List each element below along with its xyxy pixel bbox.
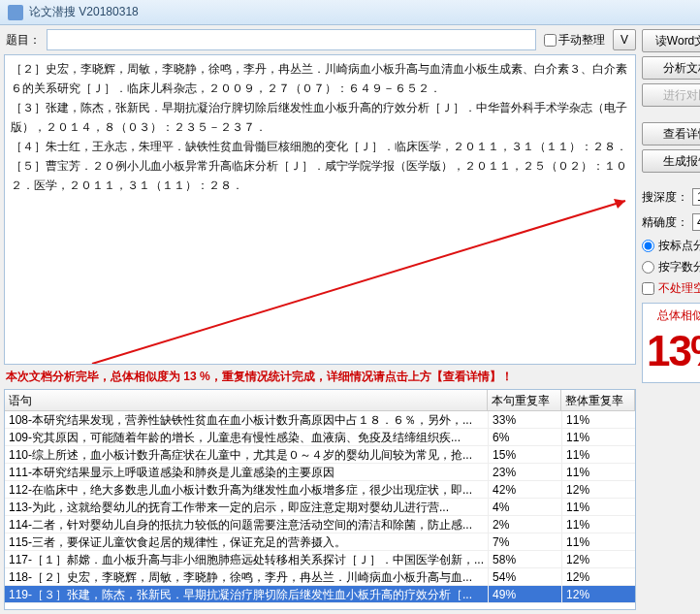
analyze-button[interactable]: 分析文档 (642, 56, 700, 80)
table-row[interactable]: 117-［１］郝嫦．血小板升高与非小细胞肺癌远处转移相关系探讨［Ｊ］．中国医学创… (5, 551, 635, 568)
by-char-radio[interactable]: 按字数分析 (642, 258, 700, 275)
cell-sentence: 111-本研究结果显示上呼吸道感染和肺炎是儿童感染的主要原因 (5, 464, 488, 480)
precision-label: 精确度： (642, 214, 688, 231)
ref-line[interactable]: ［２］史宏，李晓辉，周敏，李晓静，徐鸣，李丹，冉丛兰．川崎病血小板升高与血清血小… (11, 59, 629, 98)
compare-button: 进行对比 (642, 83, 700, 107)
cell-total-rate: 11% (561, 411, 635, 428)
cell-sentence: 114-二者，针对婴幼儿自身的抵抗力较低的问题需要注意活动空间的清洁和除菌，防止… (5, 516, 488, 533)
cell-total-rate: 11% (561, 446, 635, 463)
cell-total-rate: 11% (561, 429, 635, 445)
ref-line[interactable]: ［５］曹宝芳．２０例小儿血小板异常升高临床分析［Ｊ］．咸宁学院学报（医学版），２… (11, 156, 629, 195)
app-icon (8, 5, 23, 20)
cell-sentence: 108-本研究结果发现，营养性缺铁性贫血在血小板计数升高原因中占１８．６％，另外… (5, 411, 488, 428)
table-row[interactable]: 119-［３］张建，陈杰，张新民．早期抗凝治疗脾切除后继发性血小板升高的疗效分析… (5, 586, 635, 603)
cell-sent-rate: 15% (488, 446, 561, 463)
cell-sentence: 118-［２］史宏，李晓辉，周敏，李晓静，徐鸣，李丹，冉丛兰．川崎病血小板升高与… (5, 568, 488, 585)
col-sent-rate[interactable]: 本句重复率 (488, 390, 561, 410)
svg-marker-1 (614, 199, 625, 209)
col-sentence[interactable]: 语句 (5, 390, 488, 410)
ref-line[interactable]: ［３］张建，陈杰，张新民．早期抗凝治疗脾切除后继发性血小板升高的疗效分析［Ｊ］．… (11, 98, 629, 137)
cell-sentence: 112-在临床中，绝大多数患儿血小板计数升高为继发性血小板增多症，很少出现症状，… (5, 481, 488, 498)
sidebar: 读Word文档 分析文档 进行对比 查看详情 生成报告 搜深度： 1 精确度： … (640, 25, 700, 614)
depth-label: 搜深度： (642, 189, 688, 206)
result-table: 语句 本句重复率 整体重复率 108-本研究结果发现，营养性缺铁性贫血在血小板计… (4, 389, 636, 610)
cell-total-rate: 11% (561, 499, 635, 515)
query-label: 题目： (4, 32, 43, 48)
no-space-check[interactable]: 不处理空格 (642, 279, 700, 297)
punct-radio-input[interactable] (642, 240, 654, 252)
cell-sent-rate: 23% (488, 464, 561, 480)
v-button[interactable]: V (613, 29, 636, 50)
ref-line[interactable]: ［４］朱士红，王永志，朱理平．缺铁性贫血骨髓巨核细胞的变化［Ｊ］．临床医学，２０… (11, 137, 629, 156)
by-punct-radio[interactable]: 按标点分析 (642, 237, 700, 254)
cell-total-rate: 11% (561, 464, 635, 480)
cell-sent-rate: 58% (488, 551, 561, 567)
col-total-rate[interactable]: 整体重复率 (561, 390, 635, 410)
view-detail-button[interactable]: 查看详情 (642, 122, 700, 145)
cell-total-rate: 12% (561, 568, 635, 585)
svg-line-0 (92, 201, 625, 364)
table-row[interactable]: 114-二者，针对婴幼儿自身的抵抗力较低的问题需要注意活动空间的清洁和除菌，防止… (5, 516, 635, 533)
table-header: 语句 本句重复率 整体重复率 (5, 390, 635, 411)
generate-report-button[interactable]: 生成报告 (642, 149, 700, 173)
cell-sentence: 110-综上所述，血小板计数升高症状在儿童中，尤其是０～４岁的婴幼儿间较为常见，… (5, 446, 488, 463)
cell-sent-rate: 54% (488, 568, 561, 585)
cell-sentence: 117-［１］郝嫦．血小板升高与非小细胞肺癌远处转移相关系探讨［Ｊ］．中国医学创… (5, 551, 488, 567)
precision-select[interactable]: 4 (692, 213, 700, 231)
status-text: 本次文档分析完毕，总体相似度为 13 %，重复情况统计完成，详细情况请点击上方【… (4, 365, 636, 389)
app-title: 论文潜搜 V20180318 (29, 4, 139, 20)
cell-total-rate: 11% (561, 516, 635, 533)
table-row[interactable]: 108-本研究结果发现，营养性缺铁性贫血在血小板计数升高原因中占１８．６％，另外… (5, 411, 635, 429)
no-space-label: 不处理空格 (658, 280, 700, 297)
reference-pane[interactable]: ［２］史宏，李晓辉，周敏，李晓静，徐鸣，李丹，冉丛兰．川崎病血小板升高与血清血小… (4, 54, 636, 365)
cell-sent-rate: 6% (488, 429, 561, 445)
cell-total-rate: 12% (561, 551, 635, 567)
cell-sentence: 113-为此，这就给婴幼儿的抚育工作带来一定的启示，即应注意定期对婴幼儿进行营.… (5, 499, 488, 515)
table-row[interactable]: 112-在临床中，绝大多数患儿血小板计数升高为继发性血小板增多症，很少出现症状，… (5, 481, 635, 499)
query-row: 题目： 手动整理 V (4, 29, 636, 50)
cell-sent-rate: 7% (488, 533, 561, 550)
similarity-title: 总体相似度 (647, 307, 700, 324)
manual-organize-check[interactable]: 手动整理 (540, 32, 609, 48)
punct-radio-label: 按标点分析 (658, 238, 700, 254)
cell-sentence: 119-［３］张建，陈杰，张新民．早期抗凝治疗脾切除后继发性血小板升高的疗效分析… (5, 586, 488, 602)
depth-select[interactable]: 1 (692, 188, 700, 206)
read-word-button[interactable]: 读Word文档 (642, 29, 700, 52)
no-space-checkbox[interactable] (642, 282, 654, 295)
manual-checkbox[interactable] (544, 34, 557, 47)
char-radio-label: 按字数分析 (658, 259, 700, 275)
table-row[interactable]: 110-综上所述，血小板计数升高症状在儿童中，尤其是０～４岁的婴幼儿间较为常见，… (5, 446, 635, 464)
table-row[interactable]: 118-［２］史宏，李晓辉，周敏，李晓静，徐鸣，李丹，冉丛兰．川崎病血小板升高与… (5, 568, 635, 586)
cell-sent-rate: 2% (488, 516, 561, 533)
cell-total-rate: 12% (561, 481, 635, 498)
manual-label: 手动整理 (558, 32, 605, 48)
cell-sentence: 109-究其原因，可能随着年龄的增长，儿童患有慢性感染、血液病、免疫及结缔组织疾… (5, 429, 488, 445)
table-row[interactable]: 113-为此，这就给婴幼儿的抚育工作带来一定的启示，即应注意定期对婴幼儿进行营.… (5, 499, 635, 516)
table-body[interactable]: 108-本研究结果发现，营养性缺铁性贫血在血小板计数升高原因中占１８．６％，另外… (5, 411, 635, 609)
cell-sent-rate: 42% (488, 481, 561, 498)
query-input[interactable] (47, 29, 536, 50)
table-row[interactable]: 111-本研究结果显示上呼吸道感染和肺炎是儿童感染的主要原因23%11% (5, 464, 635, 481)
char-radio-input[interactable] (642, 261, 654, 274)
table-row[interactable]: 115-三者，要保证儿童饮食起居的规律性，保证充足的营养摄入。7%11% (5, 533, 635, 551)
cell-total-rate: 12% (561, 586, 635, 602)
cell-sent-rate: 4% (488, 499, 561, 515)
cell-sent-rate: 33% (488, 411, 561, 428)
similarity-value: 13% (647, 324, 700, 378)
cell-total-rate: 11% (561, 533, 635, 550)
cell-sentence: 115-三者，要保证儿童饮食起居的规律性，保证充足的营养摄入。 (5, 533, 488, 550)
similarity-box: 总体相似度 13% (642, 303, 700, 383)
cell-sent-rate: 49% (488, 586, 561, 602)
titlebar: 论文潜搜 V20180318 (0, 0, 700, 25)
table-row[interactable]: 109-究其原因，可能随着年龄的增长，儿童患有慢性感染、血液病、免疫及结缔组织疾… (5, 429, 635, 446)
